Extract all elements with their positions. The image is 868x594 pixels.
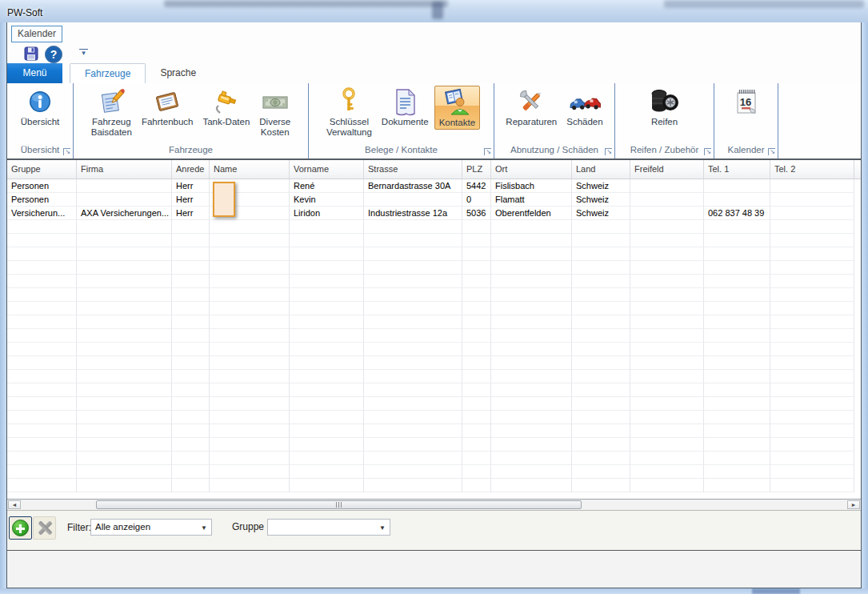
grid-cell[interactable] bbox=[210, 465, 290, 479]
grid-cell[interactable] bbox=[770, 179, 854, 193]
grid-cell[interactable] bbox=[462, 370, 491, 383]
grid-cell[interactable] bbox=[630, 261, 704, 275]
grid-cell[interactable] bbox=[572, 452, 630, 465]
grid-cell[interactable] bbox=[290, 302, 364, 315]
grid-cell[interactable] bbox=[704, 397, 770, 411]
grid-cell[interactable] bbox=[7, 247, 77, 261]
grid-cell[interactable] bbox=[77, 329, 172, 343]
grid-cell[interactable] bbox=[704, 193, 770, 207]
grid-cell[interactable] bbox=[77, 397, 172, 411]
grid-cell[interactable]: Personen bbox=[7, 193, 77, 207]
column-header-name[interactable]: Name bbox=[210, 160, 290, 179]
grid-cell[interactable] bbox=[290, 465, 364, 479]
dialog-launcher-icon[interactable]: ↘ bbox=[63, 148, 70, 155]
grid-cell[interactable] bbox=[572, 247, 630, 261]
grid-cell[interactable] bbox=[364, 329, 462, 343]
grid-cell[interactable] bbox=[462, 452, 491, 465]
column-header-tel-2[interactable]: Tel. 2 bbox=[770, 160, 854, 179]
grid-cell[interactable] bbox=[630, 179, 704, 193]
ribbon-button-reifen[interactable]: Reifen bbox=[645, 86, 685, 128]
grid-cell[interactable]: Industriestrasse 12a bbox=[364, 207, 462, 220]
grid-cell[interactable] bbox=[7, 465, 77, 479]
column-header-tel-1[interactable]: Tel. 1 bbox=[704, 160, 770, 179]
grid-cell[interactable] bbox=[630, 329, 704, 343]
dialog-launcher-icon[interactable]: ↘ bbox=[484, 148, 491, 155]
grid-cell[interactable] bbox=[462, 411, 491, 424]
grid-cell[interactable] bbox=[704, 438, 770, 452]
grid-cell[interactable]: Personen bbox=[7, 179, 77, 193]
grid-cell[interactable] bbox=[210, 329, 290, 343]
grid-cell[interactable] bbox=[172, 247, 210, 261]
ribbon-button-schäden[interactable]: Schäden bbox=[562, 86, 606, 128]
column-header-gruppe[interactable]: Gruppe bbox=[7, 160, 77, 179]
grid-cell[interactable] bbox=[290, 247, 364, 261]
grid-cell[interactable] bbox=[630, 424, 704, 438]
grid-cell[interactable] bbox=[770, 397, 854, 411]
grid-cell[interactable] bbox=[7, 261, 77, 275]
grid-cell[interactable] bbox=[77, 411, 172, 424]
grid-cell[interactable] bbox=[572, 220, 630, 234]
grid-cell[interactable] bbox=[630, 234, 704, 247]
grid-cell[interactable] bbox=[630, 275, 704, 288]
grid-cell[interactable] bbox=[630, 479, 704, 492]
grid-cell[interactable] bbox=[491, 465, 572, 479]
grid-cell[interactable]: 062 837 48 39 bbox=[704, 207, 770, 220]
grid-cell[interactable] bbox=[364, 397, 462, 411]
grid-cell[interactable] bbox=[770, 315, 854, 329]
grid-cell[interactable] bbox=[290, 220, 364, 234]
grid-cell[interactable] bbox=[172, 288, 210, 302]
grid-cell[interactable] bbox=[572, 438, 630, 452]
grid-cell[interactable] bbox=[770, 438, 854, 452]
grid-cell[interactable] bbox=[770, 383, 854, 397]
grid-cell[interactable] bbox=[364, 193, 462, 207]
grid-cell[interactable]: Versicherun... bbox=[7, 207, 77, 220]
grid-cell[interactable] bbox=[491, 275, 572, 288]
grid-cell[interactable] bbox=[704, 247, 770, 261]
tab-sprache[interactable]: Sprache bbox=[146, 63, 210, 83]
grid-cell[interactable] bbox=[572, 356, 630, 370]
grid-cell[interactable] bbox=[704, 220, 770, 234]
grid-cell[interactable] bbox=[172, 438, 210, 452]
grid-cell[interactable]: 0 bbox=[462, 193, 491, 207]
grid-cell[interactable] bbox=[572, 302, 630, 315]
grid-cell[interactable] bbox=[572, 465, 630, 479]
column-header-plz[interactable]: PLZ bbox=[462, 160, 491, 179]
horizontal-scrollbar[interactable]: ◄ ► bbox=[7, 499, 861, 511]
column-header-freifeld[interactable]: Freifeld bbox=[630, 160, 704, 179]
grid-cell[interactable]: AXA Versicherungen... bbox=[77, 207, 172, 220]
grid-cell[interactable] bbox=[770, 234, 854, 247]
grid-cell[interactable] bbox=[7, 411, 77, 424]
grid-cell[interactable] bbox=[630, 220, 704, 234]
grid-cell[interactable] bbox=[290, 261, 364, 275]
grid-cell[interactable] bbox=[364, 465, 462, 479]
grid-cell[interactable] bbox=[630, 383, 704, 397]
grid-cell[interactable] bbox=[704, 275, 770, 288]
grid-cell[interactable] bbox=[290, 397, 364, 411]
grid-cell[interactable] bbox=[572, 275, 630, 288]
grid-cell[interactable]: René bbox=[290, 179, 364, 193]
grid-cell[interactable] bbox=[572, 479, 630, 492]
grid-cell[interactable] bbox=[462, 275, 491, 288]
grid-cell[interactable] bbox=[704, 465, 770, 479]
grid-cell[interactable] bbox=[462, 438, 491, 452]
grid-cell[interactable] bbox=[770, 247, 854, 261]
grid-cell[interactable] bbox=[462, 302, 491, 315]
grid-cell[interactable] bbox=[77, 288, 172, 302]
ribbon-button-kalender[interactable]: 16 bbox=[729, 86, 764, 118]
grid-cell[interactable] bbox=[290, 288, 364, 302]
grid-cell[interactable] bbox=[364, 247, 462, 261]
grid-cell[interactable] bbox=[7, 370, 77, 383]
grid-cell[interactable] bbox=[630, 288, 704, 302]
grid-cell[interactable] bbox=[7, 234, 77, 247]
grid-cell[interactable] bbox=[630, 397, 704, 411]
grid-cell[interactable] bbox=[172, 397, 210, 411]
delete-record-button[interactable] bbox=[33, 516, 56, 540]
grid-cell[interactable] bbox=[77, 424, 172, 438]
grid-cell[interactable] bbox=[290, 356, 364, 370]
grid-cell[interactable] bbox=[210, 397, 290, 411]
ribbon-button-reparaturen[interactable]: Reparaturen bbox=[502, 86, 561, 128]
grid-cell[interactable] bbox=[770, 261, 854, 275]
grid-cell[interactable] bbox=[77, 261, 172, 275]
grid-cell[interactable] bbox=[704, 329, 770, 343]
grid-cell[interactable] bbox=[210, 234, 290, 247]
